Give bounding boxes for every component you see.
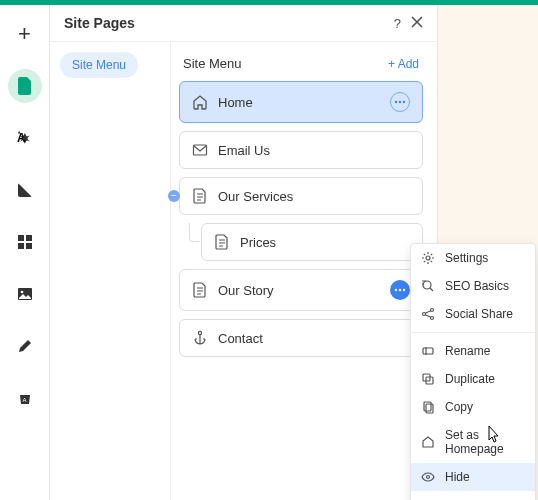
pen-icon	[17, 338, 33, 354]
close-button[interactable]	[411, 16, 423, 31]
page-actions-button[interactable]	[390, 92, 410, 112]
pages-button[interactable]	[8, 69, 42, 103]
home-icon	[421, 435, 435, 449]
ctx-label: SEO Basics	[445, 279, 509, 293]
copy-icon	[421, 400, 435, 414]
ctx-label: Copy	[445, 400, 473, 414]
svg-rect-22	[423, 348, 433, 354]
mail-icon	[192, 142, 208, 158]
page-label: Home	[218, 95, 380, 110]
share-icon	[421, 307, 435, 321]
svg-point-18	[423, 281, 431, 289]
svg-point-14	[399, 289, 401, 291]
rename-icon	[421, 344, 435, 358]
panel-title: Site Pages	[64, 15, 135, 31]
image-icon	[17, 286, 33, 302]
site-pages-panel: Site Pages ? Site Menu Site Menu + Add	[50, 5, 438, 500]
page-actions-button[interactable]	[390, 280, 410, 300]
page-label: Contact	[218, 331, 410, 346]
ctx-seo[interactable]: SEO Basics	[411, 272, 535, 300]
panel-header: Site Pages ?	[50, 5, 437, 42]
grid-icon	[17, 234, 33, 250]
seo-icon	[421, 279, 435, 293]
site-menu-pill[interactable]: Site Menu	[60, 52, 138, 78]
design-icon: A	[17, 130, 33, 146]
page-item-email-us[interactable]: Email Us	[179, 131, 423, 169]
anchor-icon	[192, 330, 208, 346]
svg-rect-3	[26, 235, 32, 241]
ctx-subpage[interactable]: Subpage	[411, 491, 535, 500]
duplicate-icon	[421, 372, 435, 386]
page-icon	[192, 282, 208, 298]
apps-button[interactable]	[8, 225, 42, 259]
svg-point-9	[395, 101, 397, 103]
side-menu-column: Site Menu	[50, 42, 170, 500]
svg-point-16	[198, 331, 201, 334]
svg-rect-26	[426, 404, 433, 413]
page-item-contact[interactable]: Contact	[179, 319, 423, 357]
ctx-settings[interactable]: Settings	[411, 244, 535, 272]
svg-point-13	[395, 289, 397, 291]
home-icon	[192, 94, 208, 110]
page-item-home[interactable]: Home	[179, 81, 423, 123]
ctx-separator	[411, 332, 535, 333]
ctx-label: Set as Homepage	[445, 428, 525, 456]
pages-heading: Site Menu	[183, 56, 242, 71]
contrast-icon	[17, 182, 33, 198]
svg-text:A: A	[22, 397, 26, 403]
page-icon	[192, 188, 208, 204]
ctx-label: Duplicate	[445, 372, 495, 386]
svg-rect-2	[18, 235, 24, 241]
collapse-toggle[interactable]: −	[168, 190, 180, 202]
left-rail: + A A	[0, 5, 50, 500]
ctx-social[interactable]: Social Share	[411, 300, 535, 328]
page-label: Our Story	[218, 283, 380, 298]
ctx-label: Settings	[445, 251, 488, 265]
context-menu: Settings SEO Basics Social Share Rename …	[410, 243, 536, 500]
help-button[interactable]: ?	[394, 16, 401, 31]
svg-rect-5	[26, 243, 32, 249]
theme-button[interactable]	[8, 173, 42, 207]
plus-icon: +	[18, 21, 31, 47]
svg-point-21	[431, 317, 434, 320]
ctx-copy[interactable]: Copy	[411, 393, 535, 421]
gear-icon	[421, 251, 435, 265]
tree-connector	[189, 223, 199, 242]
media-button[interactable]	[8, 277, 42, 311]
svg-point-11	[403, 101, 405, 103]
page-icon	[214, 234, 230, 250]
svg-point-20	[431, 309, 434, 312]
svg-point-10	[399, 101, 401, 103]
svg-rect-4	[18, 243, 24, 249]
design-button[interactable]: A	[8, 121, 42, 155]
dots-icon	[394, 288, 406, 292]
pages-list-column: Site Menu + Add Home	[170, 42, 437, 500]
ctx-homepage[interactable]: Set as Homepage	[411, 421, 535, 463]
svg-point-27	[427, 476, 430, 479]
page-label: Prices	[240, 235, 410, 250]
svg-point-15	[403, 289, 405, 291]
ctx-hide[interactable]: Hide	[411, 463, 535, 491]
page-item-prices[interactable]: Prices	[201, 223, 423, 261]
pages-list: Home Email Us −	[179, 81, 423, 357]
page-item-our-services[interactable]: − Our Services	[179, 177, 423, 215]
blog-button[interactable]	[8, 329, 42, 363]
ctx-label: Rename	[445, 344, 490, 358]
ctx-label: Social Share	[445, 307, 513, 321]
store-button[interactable]: A	[8, 381, 42, 415]
bag-icon: A	[17, 390, 33, 406]
page-label: Email Us	[218, 143, 410, 158]
ctx-duplicate[interactable]: Duplicate	[411, 365, 535, 393]
dots-icon	[394, 100, 406, 104]
svg-point-7	[20, 291, 23, 294]
svg-point-17	[426, 256, 430, 260]
page-icon	[17, 77, 33, 95]
close-icon	[411, 16, 423, 28]
add-page-button[interactable]: + Add	[388, 57, 419, 71]
svg-point-19	[423, 313, 426, 316]
ctx-rename[interactable]: Rename	[411, 337, 535, 365]
page-label: Our Services	[218, 189, 410, 204]
page-item-our-story[interactable]: Our Story	[179, 269, 423, 311]
add-element-button[interactable]: +	[8, 17, 42, 51]
ctx-label: Hide	[445, 470, 470, 484]
